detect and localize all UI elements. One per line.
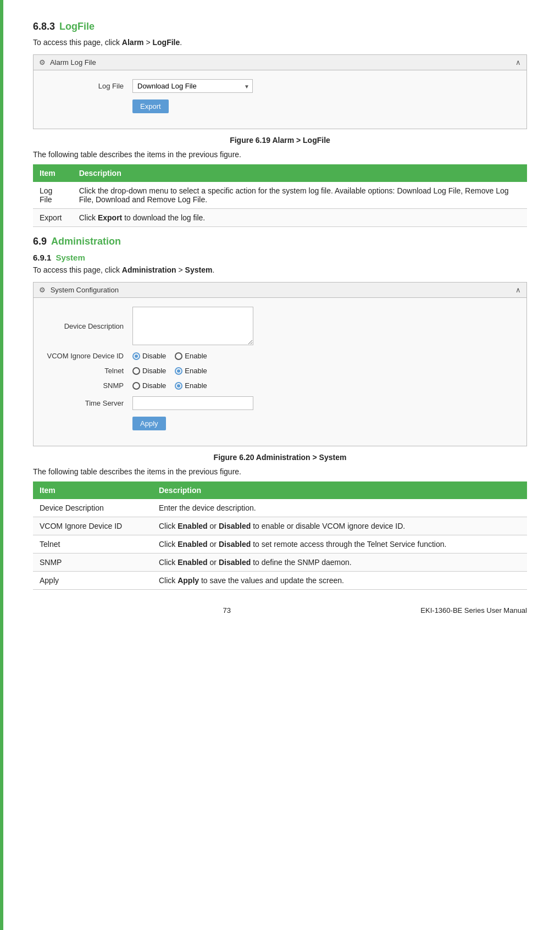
device-desc-form-row: Device Description [45, 307, 515, 345]
alarm-log-file-panel: ⚙ Alarm Log File ∧ Log File Download Log… [33, 54, 527, 129]
apply-control: Apply [132, 417, 515, 430]
export-form-row: Export [45, 99, 515, 113]
section-683-title: LogFile [59, 21, 95, 32]
manual-name: EKI-1360-BE Series User Manual [420, 606, 527, 615]
gear-icon: ⚙ [39, 58, 46, 67]
section-691-table: Item Description Device Description Ente… [33, 481, 527, 590]
section-683-table-body: Log File Click the drop-down menu to sel… [33, 182, 527, 227]
vcom-disable-radio[interactable]: Disable [132, 352, 166, 360]
row-item-device-desc: Device Description [33, 499, 152, 517]
table-row: SNMP Click Enabled or Disabled to define… [33, 553, 527, 572]
table-row: Telnet Click Enabled or Disabled to set … [33, 535, 527, 553]
section-691-table-head: Item Description [33, 481, 527, 499]
telnet-enable-radio[interactable]: Enable [175, 367, 207, 375]
section-683-table: Item Description Log File Click the drop… [33, 164, 527, 227]
gear-icon-2: ⚙ [39, 286, 46, 294]
row-desc-vcom: Click Enabled or Disabled to enable or d… [152, 517, 527, 535]
section-691-header: 6.9.1 System [33, 253, 527, 262]
section-683-access: To access this page, click Alarm > LogFi… [33, 38, 527, 47]
log-file-select-wrap[interactable]: Download Log File Remove Log File Downlo… [132, 79, 253, 93]
snmp-control: Disable Enable [132, 381, 515, 390]
table-row: Log File Click the drop-down menu to sel… [33, 182, 527, 209]
vcom-enable-radio[interactable]: Enable [175, 352, 207, 360]
row-desc-telnet: Click Enabled or Disabled to set remote … [152, 535, 527, 553]
alarm-log-file-panel-header: ⚙ Alarm Log File ∧ [34, 55, 526, 70]
telnet-label: Telnet [45, 367, 132, 375]
snmp-disable-radio[interactable]: Disable [132, 381, 166, 390]
device-desc-control [132, 307, 515, 345]
table-row: VCOM Ignore Device ID Click Enabled or D… [33, 517, 527, 535]
table-row: Export Click Export to download the log … [33, 209, 527, 227]
row-item-logfile: Log File [33, 182, 73, 209]
export-button[interactable]: Export [132, 99, 169, 113]
snmp-form-row: SNMP Disable Enable [45, 381, 515, 390]
log-file-label: Log File [45, 82, 132, 90]
row-desc-apply: Click Apply to save the values and updat… [152, 572, 527, 590]
telnet-disable-label: Disable [142, 367, 166, 375]
snmp-enable-radio[interactable]: Enable [175, 381, 207, 390]
log-file-control: Download Log File Remove Log File Downlo… [132, 79, 515, 93]
snmp-enable-circle [175, 382, 182, 390]
col-item-2: Item [33, 481, 152, 499]
snmp-enable-label: Enable [185, 381, 207, 390]
collapse-icon-2[interactable]: ∧ [515, 286, 521, 294]
time-server-input[interactable] [132, 396, 253, 410]
collapse-icon[interactable]: ∧ [515, 58, 521, 67]
col-description-2: Description [152, 481, 527, 499]
row-desc-logfile: Click the drop-down menu to select a spe… [73, 182, 527, 209]
time-server-form-row: Time Server [45, 396, 515, 410]
col-item: Item [33, 164, 73, 182]
snmp-label: SNMP [45, 381, 132, 390]
table-row: Device Description Enter the device desc… [33, 499, 527, 517]
telnet-enable-circle [175, 367, 182, 375]
section-683-table-head: Item Description [33, 164, 527, 182]
device-desc-label: Device Description [45, 322, 132, 330]
apply-form-row: Apply [45, 417, 515, 430]
section-683-num: 6.8.3 [33, 21, 55, 32]
section-683-table-intro: The following table describes the items … [33, 150, 527, 159]
vcom-enable-circle [175, 352, 182, 360]
log-file-select[interactable]: Download Log File Remove Log File Downlo… [132, 79, 253, 93]
section-691-access: To access this page, click Administratio… [33, 265, 527, 274]
system-config-panel: ⚙ System Configuration ∧ Device Descript… [33, 282, 527, 446]
vcom-enable-label: Enable [185, 352, 207, 360]
row-desc-export: Click Export to download the log file. [73, 209, 527, 227]
snmp-radio-group: Disable Enable [132, 381, 207, 390]
log-file-form-row: Log File Download Log File Remove Log Fi… [45, 79, 515, 93]
time-server-control [132, 396, 515, 410]
row-desc-snmp: Click Enabled or Disabled to define the … [152, 553, 527, 572]
device-desc-textarea[interactable] [132, 307, 253, 345]
row-item-export: Export [33, 209, 73, 227]
section-691-table-intro: The following table describes the items … [33, 467, 527, 476]
section-691-title: System [56, 253, 85, 262]
telnet-form-row: Telnet Disable Enable [45, 367, 515, 375]
system-config-panel-header: ⚙ System Configuration ∧ [34, 283, 526, 298]
table-header-row-2: Item Description [33, 481, 527, 499]
page-number: 73 [223, 606, 230, 615]
telnet-enable-label: Enable [185, 367, 207, 375]
col-description: Description [73, 164, 527, 182]
section-69-num: 6.9 [33, 236, 47, 247]
figure-620-caption: Figure 6.20 Administration > System [33, 453, 527, 462]
alarm-log-file-panel-title: ⚙ Alarm Log File [39, 58, 96, 67]
row-item-telnet: Telnet [33, 535, 152, 553]
telnet-control: Disable Enable [132, 367, 515, 375]
export-control: Export [132, 99, 515, 113]
row-desc-device-desc: Enter the device description. [152, 499, 527, 517]
time-server-label: Time Server [45, 399, 132, 407]
figure-619-caption: Figure 6.19 Alarm > LogFile [33, 136, 527, 145]
system-config-panel-title: ⚙ System Configuration [39, 286, 119, 294]
vcom-form-row: VCOM Ignore Device ID Disable Enable [45, 352, 515, 360]
telnet-radio-group: Disable Enable [132, 367, 207, 375]
row-item-snmp: SNMP [33, 553, 152, 572]
apply-button[interactable]: Apply [132, 417, 166, 430]
telnet-disable-radio[interactable]: Disable [132, 367, 166, 375]
vcom-radio-group: Disable Enable [132, 352, 207, 360]
snmp-disable-label: Disable [142, 381, 166, 390]
telnet-disable-circle [132, 367, 140, 375]
section-691-table-body: Device Description Enter the device desc… [33, 499, 527, 590]
table-header-row: Item Description [33, 164, 527, 182]
row-item-vcom: VCOM Ignore Device ID [33, 517, 152, 535]
section-683-header: 6.8.3 LogFile [33, 21, 527, 34]
section-69-title: Administration [51, 236, 121, 247]
